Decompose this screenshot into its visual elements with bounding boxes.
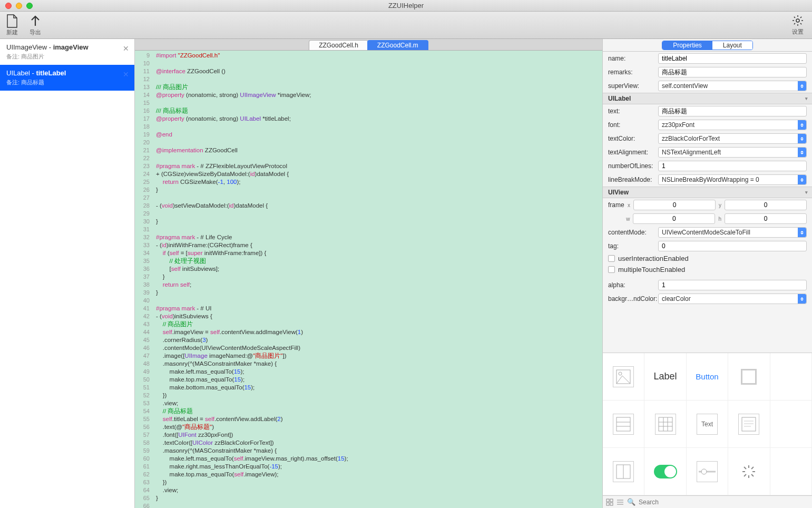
chevron-updown-icon [798,228,806,237]
palette-collectionview[interactable] [644,400,686,448]
uie-checkbox[interactable] [608,255,615,262]
section-uiview[interactable]: UIView▾ [603,187,812,198]
palette-view[interactable] [728,353,770,400]
font-select[interactable]: zz30pxFont [658,120,807,130]
file-icon [5,14,19,28]
slider-icon [697,461,718,482]
frame-x-input[interactable] [633,200,716,210]
x-label: x [628,202,630,208]
superview-select[interactable]: self.contentView [658,81,807,91]
line-gutter: 9101112131415161718192021222324252627282… [135,51,153,508]
close-icon[interactable] [5,3,12,9]
sidebar: UIImageView - imageView 备注: 商品图片 ✕ UILab… [0,39,135,508]
svg-rect-3 [617,417,630,431]
code-view[interactable]: #import "ZZGoodCell.h" @interface ZZGood… [153,51,602,508]
frame-h-input[interactable] [725,213,807,224]
chevron-updown-icon [798,294,806,304]
tab-impl[interactable]: ZZGoodCell.m [367,40,428,50]
spinner-icon [741,464,756,479]
chevron-updown-icon [798,175,806,184]
svg-line-26 [751,467,754,469]
close-icon[interactable]: ✕ [123,44,129,53]
editor-tabs: ZZGoodCell.h ZZGoodCell.m [135,39,602,51]
frame-w-input[interactable] [633,213,715,224]
cmode-select[interactable]: UIViewContentModeScaleToFill [658,227,807,238]
w-label: w [626,216,630,222]
palette-label[interactable]: Label [644,353,686,400]
tag-input[interactable] [658,241,807,251]
remarks-input[interactable] [658,67,807,77]
svg-line-24 [751,474,754,476]
sidebar-item-remark: 备注: 商品图片 [6,53,128,61]
traffic-lights [5,3,33,9]
section-uilabel[interactable]: UILabel▾ [603,93,812,104]
new-button[interactable]: 新建 [5,14,19,36]
tab-header[interactable]: ZZGoodCell.h [309,40,368,50]
palette-scrollview[interactable] [603,448,644,495]
palette-textview[interactable] [728,400,770,448]
palette-imageview[interactable] [603,353,644,400]
alpha-label: alpha: [608,281,658,289]
list-view-icon[interactable] [617,499,624,506]
editor: ZZGoodCell.h ZZGoodCell.m 91011121314151… [135,39,602,508]
sidebar-item-imageview[interactable]: UIImageView - imageView 备注: 商品图片 ✕ [0,39,134,65]
grid-view-icon[interactable] [606,499,613,506]
font-label: font: [608,121,658,129]
h-label: h [718,216,721,222]
mte-checkbox[interactable] [608,266,615,273]
chevron-down-icon: ▾ [805,190,808,195]
palette-spinner[interactable] [728,448,770,495]
palette-switch[interactable] [644,448,686,495]
frame-label: frame [608,201,624,209]
palette-search: 🔍 [603,495,812,508]
titlebar: ZZUIHelper [0,0,812,12]
grid-icon [655,414,676,435]
svg-rect-27 [606,499,609,502]
palette-textfield[interactable]: Text [687,400,728,448]
chevron-updown-icon [798,81,806,91]
text-icon: Text [697,414,718,435]
remarks-label: remarks: [608,69,658,76]
search-icon: 🔍 [627,498,635,506]
export-button[interactable]: 导出 [28,14,42,36]
settings-button[interactable]: 设置 [791,14,805,36]
scroll-icon [613,461,634,482]
svg-rect-6 [659,417,672,431]
tag-label: tag: [608,242,658,250]
bg-select[interactable]: clearColor [658,294,807,304]
image-icon [613,366,634,387]
chevron-updown-icon [798,134,806,143]
maximize-icon[interactable] [26,3,33,9]
svg-point-2 [619,372,622,375]
sidebar-item-title: UIImageView - imageView [6,43,128,51]
palette-tableview[interactable] [603,400,644,448]
sidebar-item-title: UILabel - titleLabel [6,69,128,77]
nlines-input[interactable] [658,161,807,171]
tab-layout[interactable]: Layout [712,41,752,50]
inspector: Properties Layout name: remarks: superVi… [602,39,812,508]
new-label: 新建 [6,28,18,36]
arrow-up-icon [28,14,42,28]
lbreak-select[interactable]: NSLineBreakByWordWrapping = 0 [658,174,807,185]
palette-button[interactable]: Button [687,353,728,400]
tab-properties[interactable]: Properties [662,41,712,50]
rows-icon [613,414,634,435]
minimize-icon[interactable] [16,3,22,9]
mte-label: multipleTouchEnabled [618,266,685,273]
square-icon [741,369,757,385]
textcolor-select[interactable]: zzBlackColorForText [658,133,807,144]
textalign-select[interactable]: NSTextAlignmentLeft [658,147,807,158]
frame-y-input[interactable] [725,200,807,210]
chevron-updown-icon [798,148,806,157]
inspector-tabs: Properties Layout [603,39,812,52]
window-title: ZZUIHelper [388,2,424,9]
alpha-input[interactable] [658,280,807,290]
name-input[interactable] [658,53,807,64]
text-input[interactable] [658,106,807,116]
palette-slider[interactable] [687,448,728,495]
close-icon[interactable]: ✕ [123,70,129,79]
search-input[interactable] [639,499,809,506]
textcolor-label: textColor: [608,135,658,142]
sidebar-item-titlelabel[interactable]: UILabel - titleLabel 备注: 商品标题 ✕ [0,65,134,91]
nlines-label: numberOfLines: [608,162,658,170]
